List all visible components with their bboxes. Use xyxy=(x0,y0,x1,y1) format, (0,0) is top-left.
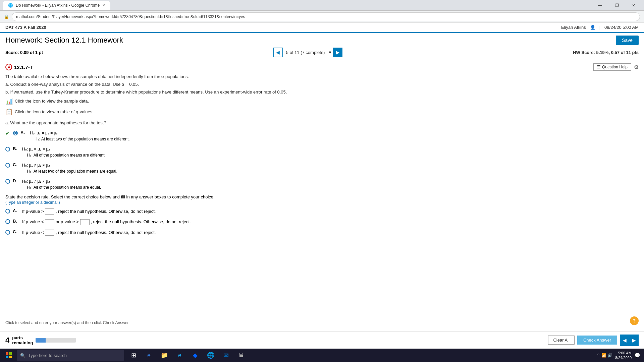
footer-nav: ◀ ▶ xyxy=(620,335,639,346)
mail-icon: ✉ xyxy=(224,352,229,359)
wrong-icon: ✗ xyxy=(5,64,12,70)
next-question-button[interactable]: ▶ xyxy=(333,48,342,57)
close-button[interactable]: ✕ xyxy=(626,0,641,11)
decision-a-pre: If p-value > xyxy=(22,209,44,214)
decision-radio-a[interactable] xyxy=(5,209,10,214)
option-a-content: H₀: μ₁ = μ₂ = μ₃ Hₐ: At least two of the… xyxy=(30,130,130,142)
decision-row-b: B. If p-value < or p-value > , reject th… xyxy=(5,219,639,225)
calc-button[interactable]: 🖩 xyxy=(234,349,249,362)
footer-prev-button[interactable]: ◀ xyxy=(620,335,629,346)
browser-tab[interactable]: 🌐 Do Homework - Eliyah Atkins - Google C… xyxy=(3,1,110,10)
dropbox-button[interactable]: ◆ xyxy=(188,349,203,362)
question-text: a. What are the appropriate hypotheses f… xyxy=(5,120,639,127)
start-button[interactable] xyxy=(1,349,16,362)
decision-c-content: If p-value < , reject the null hypothesi… xyxy=(22,229,156,236)
question-id: ✗ 12.1.7-T xyxy=(5,64,33,70)
progress-bar xyxy=(36,338,76,343)
problem-body: The table available below shows three sa… xyxy=(5,73,639,127)
radio-option-b[interactable] xyxy=(5,147,10,152)
gear-icon[interactable]: ⚙ xyxy=(634,64,639,70)
decision-b-post: , reject the null hypothesis. Otherwise,… xyxy=(91,219,191,224)
intro-text: The table available below shows three sa… xyxy=(5,73,639,80)
radio-option-d[interactable] xyxy=(5,179,10,184)
task-view-button[interactable]: ⊞ xyxy=(126,349,141,362)
dropdown-icon[interactable]: ▼ xyxy=(328,50,332,54)
option-a-ha: Hₐ: At least two of the population means… xyxy=(30,136,130,142)
system-tray-icons: ⌃ 📶 🔊 xyxy=(597,353,612,358)
lock-icon: 🔒 xyxy=(4,14,9,19)
save-button[interactable]: Save xyxy=(616,36,639,45)
chrome-button[interactable]: 🌐 xyxy=(203,349,218,362)
mail-button[interactable]: ✉ xyxy=(219,349,233,362)
decision-b-input1[interactable] xyxy=(45,219,54,225)
taskbar-time-value: 5:00 AM xyxy=(615,351,632,355)
score-text: Score: 0.09 of 1 pt xyxy=(5,50,43,55)
decision-row-c: C. If p-value < , reject the null hypoth… xyxy=(5,229,639,236)
part-a-text: a. Conduct a one-way analysis of varianc… xyxy=(5,81,639,88)
parts-labels: parts remaining xyxy=(12,335,33,345)
score-row: Score: 0.09 of 1 pt ◀ 5 of 11 (7 complet… xyxy=(5,48,639,60)
question-help-button[interactable]: ☰ Question Help xyxy=(593,63,631,71)
option-b-ha: Hₐ: All of the population means are diff… xyxy=(22,152,106,158)
footer-next-button[interactable]: ▶ xyxy=(629,335,639,346)
decision-c-input[interactable] xyxy=(45,230,54,236)
options-section: ✔ A. H₀: μ₁ = μ₂ = μ₃ Hₐ: At least two o… xyxy=(5,130,639,190)
decision-radio-c[interactable] xyxy=(5,230,10,235)
restore-button[interactable]: ❐ xyxy=(609,0,625,11)
question-help-area: ☰ Question Help ⚙ xyxy=(593,63,639,71)
prev-question-button[interactable]: ◀ xyxy=(273,48,283,57)
radio-option-c[interactable] xyxy=(5,163,10,168)
edge-button[interactable]: e xyxy=(142,349,156,362)
option-a-h0: H₀: μ₁ = μ₂ = μ₃ xyxy=(30,130,130,136)
bottom-instruction: Click to select and enter your answer(s)… xyxy=(5,320,129,325)
search-icon: 🔍 xyxy=(20,353,25,358)
taskbar-right: ⌃ 📶 🔊 5:00 AM 8/24/2020 💬 xyxy=(597,351,643,360)
help-button[interactable]: ? xyxy=(630,316,639,325)
option-d-h0: H₀: μ₁ ≠ μ₂ ≠ μ₃ xyxy=(22,178,101,184)
sample-data-link[interactable]: 📊 Click the icon to view the sample data… xyxy=(5,97,639,106)
question-header: ✗ 12.1.7-T ☰ Question Help ⚙ xyxy=(5,63,639,71)
taskbar: 🔍 Type here to search ⊞ e 📁 e ◆ 🌐 ✉ 🖩 ⌃ … xyxy=(0,349,644,362)
address-input[interactable] xyxy=(12,12,640,21)
decision-title: State the decision rule. Select the corr… xyxy=(5,194,639,199)
tab-title: Do Homework - Eliyah Atkins - Google Chr… xyxy=(16,3,100,8)
option-b-label: B. xyxy=(13,146,19,151)
option-row-c: C. H₀: μ₁ ≠ μ₂ ≠ μ₃ Hₐ: At least two of … xyxy=(5,162,639,174)
decision-c-pre: If p-value < xyxy=(22,230,44,235)
explorer-icon: 📁 xyxy=(161,352,168,359)
hw-score: HW Score: 5.19%, 0.57 of 11 pts xyxy=(573,50,639,55)
answer-footer: 4 parts remaining Clear All Check Answer… xyxy=(0,331,644,349)
ie-icon: e xyxy=(178,352,181,359)
separator: | xyxy=(599,25,600,30)
qvalues-icon: 📋 xyxy=(5,107,13,117)
svg-rect-3 xyxy=(9,356,12,358)
decision-b-label: B. xyxy=(13,219,19,224)
tab-close-button[interactable]: ✕ xyxy=(102,3,105,7)
minimize-button[interactable]: — xyxy=(592,0,608,11)
browser-titlebar: 🌐 Do Homework - Eliyah Atkins - Google C… xyxy=(0,0,644,11)
clear-all-button[interactable]: Clear All xyxy=(548,336,574,345)
tab-favicon: 🌐 xyxy=(8,3,13,8)
radio-option-a[interactable] xyxy=(13,131,18,135)
decision-a-input[interactable] xyxy=(45,208,54,215)
taskbar-search[interactable]: 🔍 Type here to search xyxy=(17,350,124,361)
parts-label2: remaining xyxy=(12,340,33,345)
chrome-icon: 🌐 xyxy=(207,352,214,359)
option-b-h0: H₀: μ₁ = μ₂ = μ₃ xyxy=(22,146,106,152)
checkmark-icon: ✔ xyxy=(5,130,10,136)
option-a-label: A. xyxy=(20,130,27,135)
qvalues-link[interactable]: 📋 Click the icon to view a table of q-va… xyxy=(5,107,639,117)
nav-page: 5 of 11 (7 complete) xyxy=(286,50,325,55)
part-b-text: b. If warranted, use the Tukey-Kramer pr… xyxy=(5,89,639,96)
decision-radio-b[interactable] xyxy=(5,219,10,224)
page-content: Homework: Section 12.1 Homework Save Sco… xyxy=(0,33,644,242)
username: Eliyah Atkins xyxy=(561,25,586,30)
sample-data-icon: 📊 xyxy=(5,97,13,106)
check-answer-button[interactable]: Check Answer xyxy=(577,336,617,345)
ie-button[interactable]: e xyxy=(172,349,187,362)
explorer-button[interactable]: 📁 xyxy=(157,349,172,362)
decision-b-mid: or p-value > xyxy=(56,219,79,224)
notification-button[interactable]: 💬 xyxy=(634,353,640,358)
option-d-label: D. xyxy=(13,178,19,183)
decision-b-input2[interactable] xyxy=(80,219,90,225)
